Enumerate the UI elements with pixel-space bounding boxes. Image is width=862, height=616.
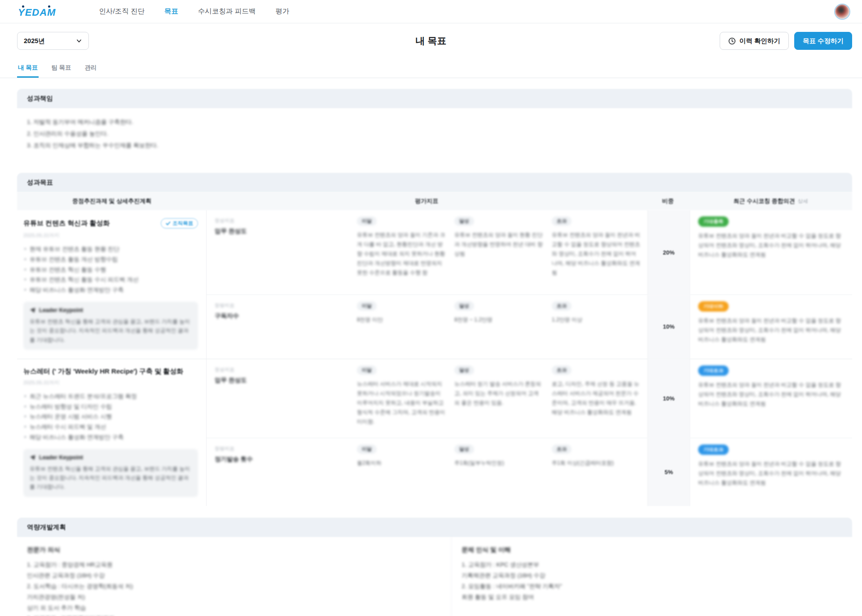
goal-due-date: 2025.05.31까지 xyxy=(23,379,198,386)
development-column-heading: 전문가 의식 xyxy=(27,546,440,554)
tab-my-goals[interactable]: 내 목표 xyxy=(17,58,39,78)
goal-indicators: 정성지표 업무 완성도 미달 뉴스레터 서비스가 제대로 시작되지 못하거나 시… xyxy=(207,359,852,506)
indicator-exceed-cell: 초과 유튜브 컨텐츠의 양과 질이 전년과 비교할 수 없을 정도로 향상되어 … xyxy=(550,210,647,295)
indicator-exceed-cell: 초과 주1회 이상(긴급레터포함) xyxy=(550,438,647,506)
level-badge-meet: 달성 xyxy=(454,365,474,375)
indicator-below-cell: 미달 유튜브 컨텐츠의 양과 질이 기존과 크게 다를 바 없고, 현황진단과 … xyxy=(355,210,453,295)
logo-dot xyxy=(48,5,50,8)
nav-item-evaluation[interactable]: 평가 xyxy=(275,7,289,16)
rating-badge: 기대초과 xyxy=(698,444,729,455)
leader-keypoint-text: 유튜브 컨텐츠 혁신을 통해 고객의 관심을 끌고, 브랜드 가치를 높이는 것… xyxy=(30,317,192,344)
avatar-photo xyxy=(835,4,849,19)
development-line: 2. 모임활동 : 네이버카페 "전략 기획자" xyxy=(462,581,840,592)
indicator-name-cell: 정성지표 업무 완성도 xyxy=(207,210,355,295)
indicator-row: 정성지표 업무 완성도 미달 유튜브 컨텐츠의 양과 질이 기존과 크게 다를 … xyxy=(207,210,852,295)
development-title: 역량개발계획 xyxy=(17,518,852,537)
indicator-below-text: 8천명 미만 xyxy=(357,315,445,325)
leader-keypoint-label: Leader Keypoint xyxy=(39,454,83,461)
indicator-below-cell: 미달 8천명 미만 xyxy=(355,295,453,359)
column-header-weight: 비중 xyxy=(646,192,689,210)
edit-goal-button[interactable]: 목표 수정하기 xyxy=(794,32,852,50)
org-goal-badge[interactable]: 조직목표 xyxy=(161,218,198,229)
coaching-opinion-cell: 기대충족 유튜브 컨텐츠의 양과 질이 전년과 비교할 수 없을 정도로 향상되… xyxy=(690,210,852,295)
indicator-type: 정량지표 xyxy=(215,302,351,309)
top-nav: YEDAM 인사/조직 진단 목표 수시코칭과 피드백 평가 xyxy=(0,0,862,23)
indicator-meet-text: 8천명 ~ 1.2만명 xyxy=(454,315,543,325)
indicator-meet-cell: 달성 8천명 ~ 1.2만명 xyxy=(453,295,550,359)
rating-badge: 기대충족 xyxy=(698,216,729,227)
level-badge-below: 미달 xyxy=(357,301,377,311)
edit-goal-button-label: 목표 수정하기 xyxy=(803,37,844,45)
indicator-below-cell: 미달 뉴스레터 서비스가 제대로 시작되지 못하거나 시작되었으나 정기발송이 … xyxy=(355,359,453,438)
header-actions: 이력 확인하기 목표 수정하기 xyxy=(720,32,852,50)
tab-manage[interactable]: 관리 xyxy=(84,58,98,78)
goal-plan-bullet: 해당 비즈니스 활성화 연계방안 구축 xyxy=(23,285,198,295)
level-badge-below: 미달 xyxy=(357,365,377,375)
indicator-exceed-text: 로고, 디자인, 주제 선정 등 고품질 뉴스레터 서비스가 제공되어 전문가 … xyxy=(552,379,640,417)
leader-keypoint-text: 유튜브 컨텐츠 혁신을 통해 고객의 관심을 끌고, 브랜드 가치를 높이는 것… xyxy=(30,464,192,492)
year-select-value: 2025년 xyxy=(24,37,45,45)
goal-title: 뉴스레터 (' 가칭 'Weekly HR Recipe') 구축 및 활성화 xyxy=(23,367,183,376)
indicator-name-cell: 정량지표 정기발송 횟수 xyxy=(207,438,355,506)
indicator-meet-text: 주1회(일부누락인정) xyxy=(454,458,543,468)
indicator-exceed-text: 주1회 이상(긴급레터포함) xyxy=(552,458,640,468)
indicator-weight: 10% xyxy=(647,295,690,359)
responsibility-title: 성과책임 xyxy=(17,89,852,108)
goal-plan-bullet: 유튜브 컨텐츠 활동 개선 방향수립 xyxy=(23,255,198,265)
rating-badge: 기대초과 xyxy=(698,365,729,376)
year-select[interactable]: 2025년 xyxy=(17,32,89,50)
development-line: 1. 교육참가 : 중앙경제 HR교육원 xyxy=(27,559,440,570)
development-line: 2. 도서학습 : 다시쓰는 경영학(최동석 저) xyxy=(27,581,440,592)
goal-plan-bullet: 현재 유튜브 컨텐츠 활동 현황 진단 xyxy=(23,244,198,255)
goals-title: 성과목표 xyxy=(17,173,852,192)
responsibility-line: 3. 조직의 인재상에 부합하는 우수인재를 확보한다. xyxy=(27,140,842,151)
indicator-type: 정량지표 xyxy=(215,445,351,452)
indicator-row: 정량지표 구독자수 미달 8천명 미만 달성 8천명 ~ 1.2만명 초과 1.… xyxy=(207,295,852,359)
goals-table-header: 중점추진과제 및 상세추진계획 평가지표 비중 최근 수시코칭 종합의견상세 xyxy=(17,192,852,210)
goal-plan-cell: 뉴스레터 (' 가칭 'Weekly HR Recipe') 구축 및 활성화 … xyxy=(17,359,207,506)
main-nav: 인사/조직 진단 목표 수시코칭과 피드백 평가 xyxy=(99,7,289,16)
page-title: 내 목표 xyxy=(416,35,447,47)
goal-row: 유튜브 컨텐츠 혁신과 활성화 조직목표 2025.05.31까지 현재 유튜브… xyxy=(17,210,852,359)
yedam-logo[interactable]: YEDAM xyxy=(18,5,56,18)
org-goal-badge-label: 조직목표 xyxy=(172,220,193,227)
indicator-title: 업무 완성도 xyxy=(215,376,351,384)
user-avatar[interactable] xyxy=(834,4,850,20)
goals-section: 성과목표 중점추진과제 및 상세추진계획 평가지표 비중 최근 수시코칭 종합의… xyxy=(17,173,852,506)
nav-item-coaching-feedback[interactable]: 수시코칭과 피드백 xyxy=(198,7,255,16)
goal-plan-bullet: 유튜브 컨텐츠 혁신 활동 수시 피드백 개선 xyxy=(23,275,198,285)
development-line: 인사관련 교육과정 (16H) 수강 xyxy=(27,570,440,581)
goal-plan-bullet: 최근 뉴스레터 트렌드 분석/프로그램 확정 xyxy=(23,392,198,402)
indicator-exceed-text: 1.2만명 이상 xyxy=(552,315,640,325)
paper-plane-icon xyxy=(30,307,36,313)
indicator-weight: 5% xyxy=(647,438,690,506)
leader-keypoint-box: Leader Keypoint 유튜브 컨텐츠 혁신을 통해 고객의 관심을 끌… xyxy=(23,302,198,350)
coaching-opinion-cell: 기대초과 유튜브 컨텐츠의 양과 질이 전년과 비교할 수 없을 정도로 향상되… xyxy=(690,359,852,438)
development-line: 상기 외 도서 추가 학습 xyxy=(27,603,440,613)
level-badge-below: 미달 xyxy=(357,444,377,454)
goal-row: 뉴스레터 (' 가칭 'Weekly HR Recipe') 구축 및 활성화 … xyxy=(17,359,852,506)
coaching-opinion-text: 유튜브 컨텐츠의 양과 질이 전년과 비교할 수 없을 정도로 향상되어 컨텐츠… xyxy=(698,316,844,344)
indicator-meet-cell: 달성 유튜브 컨텐츠의 양과 질이 현황 진단과 개선방향을 반영하여 전년 대… xyxy=(453,210,550,295)
logo-text: YEDAM xyxy=(18,7,56,18)
history-button-label: 이력 확인하기 xyxy=(739,37,780,45)
responsibility-line: 2. 인사관리의 수용성을 높인다. xyxy=(27,128,842,140)
nav-item-hr-diagnosis[interactable]: 인사/조직 진단 xyxy=(99,7,145,16)
clock-icon xyxy=(728,37,736,45)
tab-team-goals[interactable]: 팀 목표 xyxy=(50,58,72,78)
development-line: 기획력관련 교육과정 (16H) 수강 xyxy=(462,570,840,581)
coaching-detail-link[interactable]: 상세 xyxy=(798,198,808,204)
level-badge-exceed: 초과 xyxy=(552,365,572,375)
page-header: 2025년 내 목표 이력 확인하기 목표 수정하기 xyxy=(0,23,862,58)
indicator-weight: 20% xyxy=(647,210,690,295)
nav-item-goals[interactable]: 목표 xyxy=(164,7,178,16)
development-line: 가치관경영(전성철 저) xyxy=(27,592,440,603)
coaching-opinion-cell: 기대초과 유튜브 컨텐츠의 양과 질이 전년과 비교할 수 없을 정도로 향상되… xyxy=(690,438,852,506)
history-button[interactable]: 이력 확인하기 xyxy=(720,32,789,50)
goal-plan-bullet: 뉴스레터 방향성 및 디자인 수립 xyxy=(23,402,198,412)
indicator-row: 정량지표 정기발송 횟수 미달 월2회이하 달성 주1회(일부누락인정) 초과 … xyxy=(207,438,852,506)
leader-keypoint-label: Leader Keypoint xyxy=(39,307,83,313)
indicator-meet-text: 뉴스레터 정기 발송 서비스가 론칭되고, 의미 있는 주제가 선정되어 고객의… xyxy=(454,379,543,408)
goal-plan-bullet: 뉴스레터 운영 시범 서비스 시행 xyxy=(23,412,198,422)
level-badge-exceed: 초과 xyxy=(552,216,572,226)
